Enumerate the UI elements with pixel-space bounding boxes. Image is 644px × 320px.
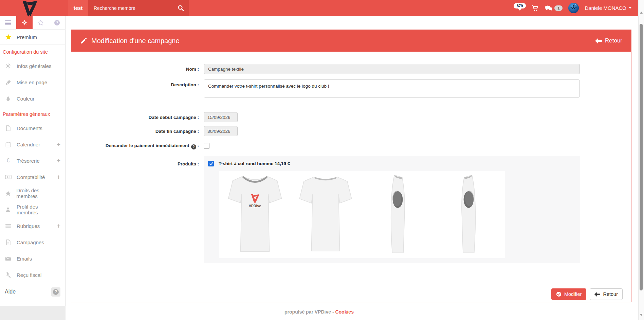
- expand-plus-icon[interactable]: +: [57, 174, 60, 181]
- sidebar-item-label: Rubriques: [17, 223, 40, 229]
- sidebar-item-documents[interactable]: Documents: [0, 120, 65, 136]
- form-row-nom: Nom :: [71, 64, 631, 74]
- modifier-button[interactable]: Modifier: [551, 288, 587, 300]
- form-row-description: Description : Commander votre t-shirt pe…: [71, 79, 631, 99]
- date-fin-label: Date fin campagne :: [71, 126, 204, 136]
- sidebar: Premium Configuration du site Infos géné…: [0, 30, 66, 306]
- paiement-checkbox[interactable]: [204, 143, 209, 149]
- sidebar-item-premium[interactable]: Premium: [0, 30, 65, 45]
- sidebar-item-mise-en-page[interactable]: Mise en page: [0, 74, 65, 90]
- vpdive-logo[interactable]: [21, 0, 38, 19]
- description-label: Description :: [71, 79, 204, 99]
- description-input[interactable]: Commander votre t-shirt personnalisé ave…: [204, 79, 580, 97]
- euro-icon: €: [5, 158, 12, 164]
- scroll-down-arrow[interactable]: [640, 314, 643, 317]
- sidebar-item-rubriques[interactable]: Rubriques +: [0, 218, 65, 234]
- sidebar-item-label: Couleur: [17, 96, 35, 102]
- list-icon: [5, 224, 12, 228]
- sidebar-item-recu-fiscal[interactable]: Reçu fiscal: [0, 267, 65, 283]
- chat-icon: [545, 5, 553, 11]
- retour-header-button[interactable]: Retour: [595, 37, 622, 44]
- cart-icon[interactable]: [532, 5, 539, 12]
- sidebar-item-couleur[interactable]: Couleur: [0, 90, 65, 107]
- site-name-chip[interactable]: test: [68, 0, 88, 16]
- powered-by-text: propulsé par VPDive: [284, 309, 331, 315]
- pencil-icon: [80, 38, 87, 44]
- question-icon[interactable]: ?: [191, 144, 196, 149]
- scrollbar-thumb[interactable]: [640, 24, 643, 290]
- sidebar-item-label: Trésorerie: [17, 158, 40, 164]
- campaign-edit-panel: Modification d'une campagne Retour Nom :: [71, 30, 631, 302]
- sidebar-item-campagnes[interactable]: Campagnes: [0, 234, 65, 250]
- gear-icon: [22, 20, 27, 25]
- expand-plus-icon[interactable]: +: [57, 141, 60, 148]
- premium-star-icon: [5, 34, 12, 40]
- tab-help[interactable]: ?: [49, 16, 65, 29]
- campaign-form: Nom : Description : Commander votre t-sh…: [71, 52, 631, 300]
- question-icon: ?: [54, 20, 60, 25]
- tshirt-side-left-image: [383, 173, 412, 256]
- vertical-scrollbar[interactable]: [638, 0, 644, 320]
- form-row-date-debut: Date début campagne :: [71, 112, 631, 122]
- sidebar-item-label: Documents: [17, 125, 42, 131]
- sidebar-item-droits-membres[interactable]: Droits des membres: [0, 185, 65, 201]
- sidebar-item-label: Emails: [17, 256, 32, 262]
- star-icon: [38, 20, 44, 25]
- expand-plus-icon[interactable]: +: [57, 223, 60, 230]
- user-icon: [5, 207, 12, 212]
- page-footer: propulsé par VPDive - Cookies: [0, 309, 638, 315]
- product-header: T-shirt à col rond homme 14,19 €: [204, 161, 580, 166]
- sidebar-item-label: Mise en page: [17, 79, 47, 85]
- tshirt-back-image: [293, 173, 358, 256]
- search-icon[interactable]: [178, 5, 184, 11]
- arrow-left-icon: [595, 38, 602, 43]
- menu-icon: [5, 20, 11, 25]
- sidebar-item-comptabilite[interactable]: Comptabilité +: [0, 169, 65, 185]
- header-right-cluster: 879 1: [514, 0, 631, 16]
- sidebar-item-label: Infos générales: [17, 63, 52, 69]
- top-header: test 879: [0, 0, 638, 16]
- award-badge-icon[interactable]: 879: [514, 2, 526, 13]
- calendar-icon: [5, 142, 12, 147]
- sidebar-item-tresorerie[interactable]: € Trésorerie +: [0, 153, 65, 169]
- tab-menu[interactable]: [0, 16, 16, 29]
- sidebar-item-infos-generales[interactable]: Infos générales: [0, 58, 65, 74]
- envelope-icon: [5, 256, 12, 261]
- retour-label: Retour: [603, 291, 618, 297]
- brush-icon: [5, 79, 12, 85]
- sidebar-item-label: Reçu fiscal: [17, 272, 41, 278]
- droplet-icon: [5, 96, 12, 102]
- produits-label: Produits :: [71, 156, 204, 263]
- notifications-count-badge: 879: [514, 3, 526, 8]
- sidebar-item-calendrier[interactable]: Calendrier +: [0, 136, 65, 153]
- scroll-up-arrow[interactable]: [640, 10, 643, 14]
- user-menu[interactable]: Daniele MONACO: [585, 5, 631, 11]
- expand-plus-icon[interactable]: +: [57, 157, 60, 164]
- messages-widget[interactable]: 1: [545, 5, 563, 11]
- app-screen: test 879: [0, 0, 644, 320]
- date-fin-input[interactable]: [204, 126, 238, 136]
- avatar[interactable]: [568, 3, 579, 13]
- arrow-left-icon: [594, 292, 600, 297]
- member-search: [88, 0, 189, 16]
- sidebar-item-label: Profil des membres: [17, 204, 60, 215]
- sidebar-item-emails[interactable]: Emails: [0, 250, 65, 267]
- cookies-link[interactable]: Cookies: [335, 309, 353, 315]
- nom-input[interactable]: [204, 64, 580, 74]
- date-debut-label: Date début campagne :: [71, 112, 204, 122]
- question-icon: ?: [53, 289, 59, 295]
- form-row-produits: Produits : T-shirt à col rond homme 14,1…: [71, 156, 631, 263]
- gear-icon: [5, 63, 12, 69]
- search-input[interactable]: [93, 5, 178, 11]
- check-circle-icon: [556, 291, 562, 297]
- date-debut-input[interactable]: [204, 112, 238, 122]
- form-row-paiement: Demander le paiement immédiatement?:: [71, 142, 631, 150]
- help-button[interactable]: ?: [51, 287, 60, 297]
- retour-button[interactable]: Retour: [590, 288, 623, 300]
- tshirt-front-image: VPDive: [222, 173, 288, 256]
- sidebar-aide-row: Aide ?: [0, 284, 65, 299]
- product-checkbox[interactable]: [208, 161, 214, 166]
- sidebar-section-config: Configuration du site: [0, 45, 65, 58]
- sidebar-item-profil-membres[interactable]: Profil des membres: [0, 201, 65, 218]
- file-icon: [5, 125, 12, 131]
